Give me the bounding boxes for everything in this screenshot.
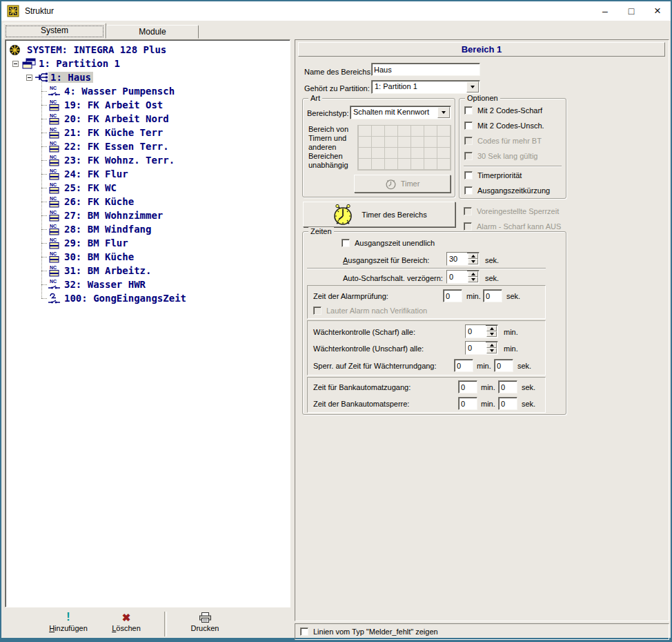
checkbox[interactable]: [464, 121, 473, 130]
spin-down-icon[interactable]: [468, 277, 478, 282]
svg-text:NC: NC: [50, 265, 57, 270]
bank-block-min-input[interactable]: [458, 397, 477, 410]
checkbox: [464, 152, 473, 160]
collapse-icon[interactable]: [26, 75, 32, 81]
exit-time-label: Ausgangszeit für Bereich:: [343, 256, 429, 264]
checkbox[interactable]: [300, 628, 308, 636]
tree-item-zone[interactable]: NC25: FK WC: [6, 181, 290, 195]
spin-down-icon[interactable]: [468, 259, 478, 264]
tree-item-partition[interactable]: 1: Partition 1: [6, 57, 290, 70]
spin-down-icon[interactable]: [486, 348, 497, 353]
tree-item-zone[interactable]: NC26: FK Küche: [6, 195, 290, 208]
bank-access-min-input[interactable]: [458, 380, 477, 393]
tree-item-label: 22: FK Essen Terr.: [62, 141, 171, 152]
spin-up-icon[interactable]: [486, 342, 497, 348]
area-type-dropdown[interactable]: Schalten mit Kennwort: [350, 106, 451, 119]
spin-up-icon[interactable]: [468, 271, 478, 277]
option-checkbox[interactable]: Mit 2 Codes-Scharf: [464, 103, 544, 118]
melder-fehlt-checkbox[interactable]: Linien vom Typ "Melder_fehlt" zeigen: [300, 624, 438, 639]
checkbox-label: Lauter Alarm nach Verifikation: [326, 307, 427, 315]
guard-disarmed-input[interactable]: [466, 342, 486, 354]
struktur-window: Struktur – □ × System Module SYSTEM: INT…: [0, 0, 672, 642]
guard-bypass-min-input[interactable]: [454, 359, 473, 372]
tree-item-label: 1: Partition 1: [37, 58, 122, 69]
chevron-down-icon[interactable]: [466, 81, 479, 93]
autoarm-delay-input[interactable]: [447, 271, 467, 283]
optionen-groupbox-title: Optionen: [465, 94, 500, 102]
guard-armed-input[interactable]: [466, 325, 486, 338]
alarm-check-min-input[interactable]: [443, 289, 462, 302]
tab-system[interactable]: System: [3, 23, 106, 39]
nc-eol-icon: NC: [47, 222, 62, 236]
svg-text:NC: NC: [50, 113, 57, 118]
checkbox: [313, 307, 322, 315]
tree-item-system[interactable]: SYSTEM: INTEGRA 128 Plus: [6, 43, 290, 57]
svg-text:NC: NC: [50, 141, 57, 146]
delete-button[interactable]: ✖ Löschen: [100, 610, 152, 638]
tree-item-zone[interactable]: NC32: Wasser HWR: [6, 278, 290, 291]
tree-item-zone[interactable]: NC27: BM Wohnzimmer: [6, 208, 290, 222]
infinite-exit-time-checkbox[interactable]: Ausgangszeit unendlich: [342, 235, 435, 251]
tree-item-zone[interactable]: NC4: Wasser Pumpensch: [6, 84, 290, 98]
tree-item-area[interactable]: 1: Haus: [6, 70, 290, 84]
option-checkbox[interactable]: Timerpriorität: [464, 168, 550, 183]
tree-item-zone[interactable]: NC29: BM Flur: [6, 236, 290, 250]
tree-item-zone[interactable]: NC28: BM Windfang: [6, 222, 290, 236]
option-checkbox[interactable]: Ausgangszeitkürzung: [464, 183, 550, 198]
add-button[interactable]: ! Hinzufügen: [42, 610, 95, 638]
exit-time-input[interactable]: [447, 253, 467, 265]
maximize-icon[interactable]: □: [618, 2, 644, 20]
tree-item-zone[interactable]: NC23: FK Wohnz. Terr.: [6, 153, 290, 167]
tree-item-zone[interactable]: NC22: FK Essen Terr.: [6, 139, 290, 153]
timer-grid: [357, 125, 451, 171]
spin-up-icon[interactable]: [486, 326, 497, 331]
checkbox[interactable]: [464, 186, 473, 195]
svg-text:NC: NC: [50, 127, 57, 132]
partition-dropdown[interactable]: 1: Partition 1: [371, 80, 480, 94]
svg-text:NC: NC: [50, 168, 57, 173]
spin-down-icon[interactable]: [486, 331, 497, 337]
print-button[interactable]: Drucken: [179, 610, 231, 638]
guard-watch-panel: Wächterkontrolle (Scharf) alle: min. Wäc…: [307, 320, 546, 376]
tree-item-zone[interactable]: NC24: FK Flur: [6, 167, 290, 181]
tree-item-label: 29: BM Flur: [62, 237, 130, 249]
svg-text:NC: NC: [50, 182, 57, 187]
guard-disarmed-label: Wächterkontrolle (Unscharf) alle:: [313, 344, 424, 353]
tree-item-zone[interactable]: 100: GongEingangsZeit: [6, 291, 290, 305]
optionen-separator: [464, 166, 562, 166]
guard-armed-spinner[interactable]: [465, 324, 498, 338]
close-icon[interactable]: ×: [644, 2, 671, 20]
svg-text:NC: NC: [50, 279, 57, 284]
loud-alarm-checkbox: Lauter Alarm nach Verifikation: [313, 303, 427, 318]
option-checkbox[interactable]: Mit 2 Codes-Unsch.: [464, 118, 544, 133]
tree-item-zone[interactable]: NC21: FK Küche Terr: [6, 126, 290, 139]
tree-item-zone[interactable]: NC19: FK Arbeit Ost: [6, 98, 290, 112]
area-timer-button[interactable]: Timer des Bereichs: [303, 202, 455, 227]
checkbox[interactable]: [342, 239, 350, 247]
guard-disarmed-unit: min.: [504, 344, 518, 353]
tab-module[interactable]: Module: [106, 25, 199, 39]
exit-time-spinner[interactable]: [446, 252, 480, 266]
exit-time-unit: sek.: [485, 256, 499, 264]
gong-zone-icon: [47, 291, 62, 305]
area-name-input[interactable]: [371, 63, 480, 76]
tree-item-zone[interactable]: NC30: BM Küche: [6, 250, 290, 264]
guard-bypass-sek-input[interactable]: [494, 359, 513, 372]
minimize-icon[interactable]: –: [592, 2, 618, 20]
spin-up-icon[interactable]: [468, 253, 478, 259]
checkbox[interactable]: [464, 106, 473, 115]
optionen-groupbox: Optionen Mit 2 Codes-ScharfMit 2 Codes-U…: [459, 98, 566, 199]
partition-label: Gehört zu Partition:: [304, 84, 370, 93]
alarm-check-sek-input[interactable]: [483, 289, 502, 302]
guard-disarmed-spinner[interactable]: [465, 341, 498, 355]
checkbox[interactable]: [464, 171, 473, 179]
autoarm-delay-spinner[interactable]: [446, 270, 480, 284]
bank-access-sek-input[interactable]: [498, 380, 517, 393]
chevron-down-icon[interactable]: [437, 107, 450, 118]
tree-item-zone[interactable]: NC31: BM Arbeitz.: [6, 264, 290, 278]
tree-item-zone[interactable]: NC20: FK Arbeit Nord: [6, 112, 290, 126]
collapse-icon[interactable]: [12, 61, 19, 67]
sek-unit: sek.: [522, 400, 535, 408]
tree-toolbar: ! Hinzufügen ✖ Löschen Drucken: [5, 609, 290, 640]
bank-block-sek-input[interactable]: [498, 397, 517, 410]
